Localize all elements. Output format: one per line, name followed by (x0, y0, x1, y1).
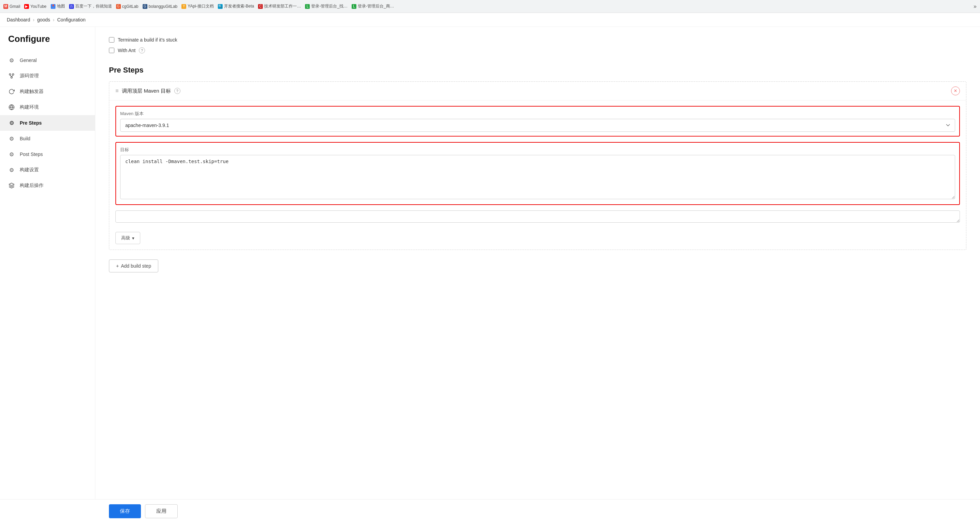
goal-label: 目标 (120, 147, 955, 153)
postbuild-icon (8, 182, 15, 189)
add-step-label: Add build step (121, 263, 151, 269)
add-icon: + (116, 263, 119, 269)
breadcrumb-sep-2: › (53, 17, 54, 22)
options-section: Terminate a build if it's stuck With Ant… (109, 37, 966, 53)
app-layout: Configure ⚙ General 源码管理 构建触发器 构建环境 ⚙ Pr… (0, 27, 980, 523)
tab-youtube-label: YouTube (30, 4, 46, 9)
tech-favicon: C (258, 4, 263, 9)
sidebar-item-poststeps[interactable]: ⚙ Post Steps (0, 147, 95, 162)
tab-youtube[interactable]: ▶ YouTube (24, 4, 46, 9)
extra-textarea[interactable] (115, 210, 960, 223)
card-close-button[interactable]: × (951, 86, 960, 95)
tab-yapi-label: YApi-接口文档 (188, 3, 213, 9)
action-bar-spacer (109, 273, 966, 293)
tab-baidu-label: 百度一下，你就知道 (75, 3, 112, 9)
tab-tech-label: 技术研发部工作一… (264, 3, 301, 9)
tab-login2[interactable]: L 登录-管理后台_商… (352, 3, 394, 9)
tab-dev-label: 开发者搜索-Beta (224, 3, 254, 9)
yapi-favicon: Y (181, 4, 186, 9)
drag-handle-icon[interactable]: ≡ (115, 88, 118, 94)
browser-more-tabs[interactable]: » (974, 3, 977, 10)
advanced-toggle-button[interactable]: 高级 ▾ (115, 232, 140, 244)
trigger-icon (8, 88, 15, 95)
tab-yapi[interactable]: Y YApi-接口文档 (181, 3, 213, 9)
tab-maps[interactable]: 📍 地图 (51, 3, 65, 9)
buildsettings-icon: ⚙ (8, 166, 15, 173)
tab-gmail-label: Gmail (10, 4, 20, 9)
add-build-step-button[interactable]: + Add build step (109, 260, 158, 273)
goal-field-group: 目标 (115, 142, 960, 205)
terminate-row: Terminate a build if it's stuck (109, 37, 966, 43)
card-help-icon[interactable]: ? (174, 88, 180, 94)
sidebar-item-env[interactable]: 构建环境 (0, 99, 95, 115)
apply-button[interactable]: 应用 (145, 504, 178, 518)
browser-bar: M Gmail ▶ YouTube 📍 地图 百 百度一下，你就知道 G cgG… (0, 0, 980, 13)
tab-baidu[interactable]: 百 百度一下，你就知道 (69, 3, 112, 9)
breadcrumb: Dashboard › goods › Configuration (0, 13, 980, 27)
breadcrumb-dashboard[interactable]: Dashboard (7, 17, 30, 22)
tab-maps-label: 地图 (57, 3, 65, 9)
general-icon: ⚙ (8, 57, 15, 64)
tab-login1[interactable]: L 登录-管理后台_找… (305, 3, 348, 9)
sidebar-label-build: Build (20, 136, 30, 141)
tab-gmail[interactable]: M Gmail (3, 4, 20, 9)
sidebar-label-trigger: 构建触发器 (20, 89, 44, 95)
sidebar-item-trigger[interactable]: 构建触发器 (0, 84, 95, 99)
maps-favicon: 📍 (51, 4, 56, 9)
sidebar-label-env: 构建环境 (20, 104, 39, 110)
terminate-checkbox[interactable] (109, 37, 115, 43)
poststeps-icon: ⚙ (8, 151, 15, 158)
source-icon (8, 73, 15, 79)
pre-steps-section: Pre Steps ≡ 调用顶层 Maven 目标 ? × Maven 版本 (109, 66, 966, 273)
tab-cgitlab[interactable]: G cgGitLab (116, 4, 138, 9)
sidebar-item-presteps[interactable]: ⚙ Pre Steps (0, 115, 95, 131)
card-body: Maven 版本 apache-maven-3.9.1apache-maven-… (109, 100, 966, 250)
tab-login2-label: 登录-管理后台_商… (358, 3, 394, 9)
dev-favicon: 🔍 (218, 4, 223, 9)
tab-bola[interactable]: G bolangguGitLab (143, 4, 178, 9)
gmail-favicon: M (3, 4, 8, 9)
maven-version-label: Maven 版本 (120, 111, 955, 117)
youtube-favicon: ▶ (24, 4, 29, 9)
action-buttons: 保存 应用 (0, 499, 980, 523)
breadcrumb-goods[interactable]: goods (37, 17, 50, 22)
svg-point-0 (9, 73, 11, 75)
build-step-card: ≡ 调用顶层 Maven 目标 ? × Maven 版本 apache-mave… (109, 81, 966, 250)
breadcrumb-configuration: Configuration (57, 17, 86, 22)
svg-line-4 (11, 75, 13, 77)
save-button[interactable]: 保存 (109, 504, 141, 518)
card-header: ≡ 调用顶层 Maven 目标 ? × (109, 82, 966, 100)
advanced-label: 高级 (121, 235, 130, 241)
sidebar-item-build[interactable]: ⚙ Build (0, 131, 95, 147)
sidebar-item-general[interactable]: ⚙ General (0, 53, 95, 68)
sidebar-item-postbuild[interactable]: 构建后操作 (0, 178, 95, 193)
sidebar-label-poststeps: Post Steps (20, 151, 43, 157)
main-content: Terminate a build if it's stuck With Ant… (95, 27, 980, 523)
terminate-label[interactable]: Terminate a build if it's stuck (118, 37, 177, 43)
with-ant-label[interactable]: With Ant (118, 48, 135, 53)
with-ant-checkbox[interactable] (109, 48, 115, 53)
sidebar-label-presteps: Pre Steps (20, 120, 42, 126)
breadcrumb-sep-1: › (33, 17, 35, 22)
tab-tech[interactable]: C 技术研发部工作一… (258, 3, 301, 9)
login2-favicon: L (352, 4, 356, 9)
sidebar: Configure ⚙ General 源码管理 构建触发器 构建环境 ⚙ Pr… (0, 27, 95, 523)
pre-steps-heading: Pre Steps (109, 66, 966, 75)
login1-favicon: L (305, 4, 310, 9)
svg-point-2 (11, 77, 13, 78)
tab-login1-label: 登录-管理后台_找… (311, 3, 348, 9)
build-icon: ⚙ (8, 135, 15, 142)
svg-point-1 (12, 73, 14, 75)
sidebar-item-source[interactable]: 源码管理 (0, 68, 95, 84)
env-icon (8, 104, 15, 111)
with-ant-help-icon[interactable]: ? (139, 47, 145, 53)
sidebar-label-general: General (20, 57, 37, 63)
maven-version-select[interactable]: apache-maven-3.9.1apache-maven-3.8.6apac… (120, 119, 955, 132)
baidu-favicon: 百 (69, 4, 74, 9)
goal-textarea[interactable] (120, 155, 955, 199)
sidebar-label-buildsettings: 构建设置 (20, 167, 39, 173)
tab-dev[interactable]: 🔍 开发者搜索-Beta (218, 3, 254, 9)
sidebar-item-buildsettings[interactable]: ⚙ 构建设置 (0, 162, 95, 178)
presteps-icon: ⚙ (8, 120, 15, 126)
chevron-down-icon: ▾ (132, 236, 134, 241)
